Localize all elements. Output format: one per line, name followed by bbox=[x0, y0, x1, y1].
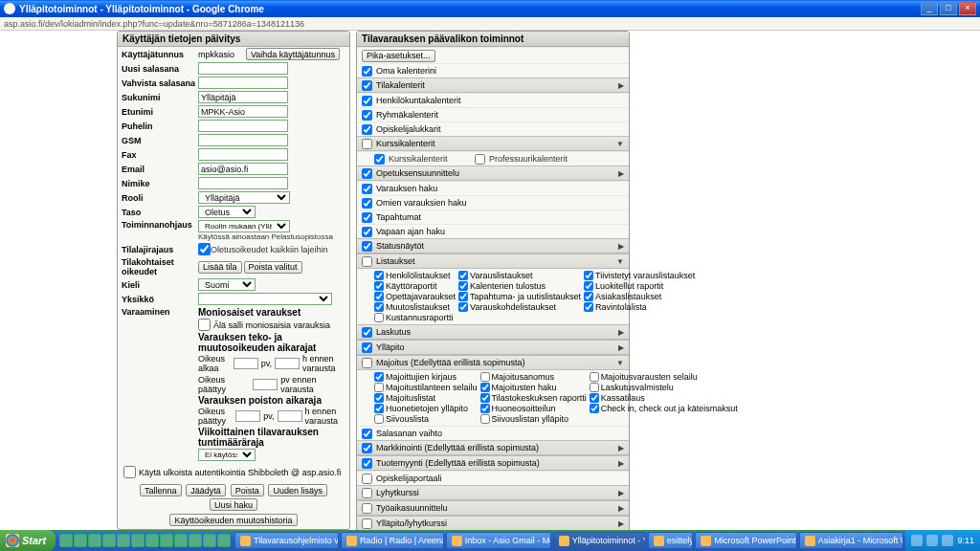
chevron-right-icon[interactable]: ▶ bbox=[618, 328, 624, 337]
add-new-button[interactable]: Uuden lisäys bbox=[268, 484, 327, 496]
ql-icon[interactable] bbox=[102, 534, 116, 547]
cb-listauk[interactable] bbox=[362, 256, 372, 267]
grid-checkbox[interactable] bbox=[590, 383, 599, 392]
taskbar-button[interactable]: Ylläpitotoiminnot - Yll... bbox=[553, 532, 646, 549]
ql-icon[interactable] bbox=[131, 534, 145, 547]
erp-select[interactable]: Roolin mukaan (Ylläpitäjä) bbox=[198, 220, 290, 232]
cb-tuote[interactable] bbox=[362, 458, 372, 469]
grid-checkbox[interactable] bbox=[584, 271, 593, 280]
taskbar-button[interactable]: Radio | Radio | Areena | ... bbox=[341, 532, 444, 549]
cb-ryhma[interactable] bbox=[362, 110, 372, 121]
grid-checkbox[interactable] bbox=[584, 302, 593, 312]
grid-checkbox[interactable] bbox=[374, 404, 384, 413]
cb-yllyhyt[interactable] bbox=[362, 518, 372, 529]
freeze-button[interactable]: Jäädytä bbox=[186, 484, 226, 496]
quick-settings-button[interactable]: Pika-asetukset... bbox=[362, 50, 435, 62]
firstname-input[interactable] bbox=[198, 105, 288, 118]
cb-majoitus[interactable] bbox=[362, 358, 372, 368]
grid-checkbox[interactable] bbox=[584, 281, 593, 291]
close-button[interactable]: × bbox=[959, 2, 976, 15]
no-multipart-checkbox[interactable] bbox=[198, 319, 211, 331]
ql-icon[interactable] bbox=[160, 534, 173, 547]
start-hours-input[interactable] bbox=[275, 358, 300, 369]
chevron-right-icon[interactable]: ▶ bbox=[618, 242, 624, 251]
end-days-input[interactable] bbox=[253, 379, 278, 390]
cb-lyhyt[interactable] bbox=[362, 488, 372, 498]
cb-henkilo[interactable] bbox=[362, 96, 372, 106]
shibboleth-checkbox[interactable] bbox=[123, 466, 136, 478]
cb-kurssi[interactable] bbox=[362, 139, 372, 149]
chevron-right-icon[interactable]: ▶ bbox=[618, 444, 624, 452]
grid-checkbox[interactable] bbox=[480, 372, 490, 382]
chevron-right-icon[interactable]: ▶ bbox=[618, 489, 624, 497]
cb-tapaht[interactable] bbox=[362, 212, 372, 223]
role-select[interactable]: Ylläpitäjä bbox=[198, 191, 290, 204]
chevron-right-icon[interactable]: ▶ bbox=[618, 169, 624, 178]
level-select[interactable]: Oletus bbox=[198, 206, 256, 218]
ql-icon[interactable] bbox=[145, 534, 159, 547]
grid-checkbox[interactable] bbox=[458, 292, 468, 301]
taskbar-button[interactable]: Asiakirja1 - Microsoft Word bbox=[799, 532, 904, 549]
cb-omien[interactable] bbox=[362, 198, 372, 209]
unit-select[interactable] bbox=[198, 293, 332, 305]
fax-input[interactable] bbox=[198, 148, 288, 161]
grid-checkbox[interactable] bbox=[480, 404, 490, 413]
tray-icon[interactable] bbox=[942, 535, 953, 546]
default-rights-checkbox[interactable] bbox=[198, 243, 211, 255]
email-input[interactable] bbox=[198, 163, 288, 175]
taskbar-button[interactable]: Microsoft PowerPoint - [... bbox=[695, 532, 796, 549]
gsm-input[interactable] bbox=[198, 134, 288, 146]
cb-opisk[interactable] bbox=[362, 124, 372, 135]
chevron-right-icon[interactable]: ▶ bbox=[618, 81, 624, 90]
grid-checkbox[interactable] bbox=[374, 372, 384, 382]
grid-checkbox[interactable] bbox=[374, 313, 384, 322]
grid-checkbox[interactable] bbox=[458, 302, 468, 312]
start-days-input[interactable] bbox=[234, 358, 258, 369]
grid-checkbox[interactable] bbox=[374, 292, 384, 301]
grid-checkbox[interactable] bbox=[374, 383, 384, 392]
cb-opisport[interactable] bbox=[362, 474, 372, 484]
history-button[interactable]: Käyttöoikeuden muutoshistoria bbox=[169, 514, 297, 526]
cb-tyoaika[interactable] bbox=[362, 503, 372, 514]
cb-vapaan[interactable] bbox=[362, 227, 372, 237]
weekly-limit-select[interactable]: Ei käytössä bbox=[198, 449, 256, 461]
del-hours-input[interactable] bbox=[278, 410, 302, 422]
lastname-input[interactable] bbox=[198, 91, 288, 103]
confirm-password-input[interactable] bbox=[198, 77, 288, 89]
language-select[interactable]: Suomi bbox=[198, 278, 256, 291]
address-bar[interactable]: asp.asio.fi/dev/lokiadmin/index.php?func… bbox=[0, 17, 980, 31]
cb-tilak[interactable] bbox=[362, 80, 372, 91]
chevron-down-icon[interactable]: ▼ bbox=[616, 140, 624, 148]
cb-laskutus[interactable] bbox=[362, 327, 372, 338]
grid-checkbox[interactable] bbox=[584, 292, 593, 301]
chevron-down-icon[interactable]: ▼ bbox=[616, 257, 624, 266]
grid-checkbox[interactable] bbox=[374, 271, 384, 280]
title-input[interactable] bbox=[198, 177, 288, 189]
grid-checkbox[interactable] bbox=[458, 281, 468, 291]
grid-checkbox[interactable] bbox=[374, 393, 384, 403]
grid-checkbox[interactable] bbox=[480, 393, 490, 403]
cb-opetus[interactable] bbox=[362, 168, 372, 179]
remove-selected-button[interactable]: Poista valitut bbox=[244, 261, 302, 274]
ql-icon[interactable] bbox=[203, 534, 216, 547]
grid-checkbox[interactable] bbox=[374, 302, 384, 312]
grid-checkbox[interactable] bbox=[590, 404, 599, 413]
change-username-button[interactable]: Vaihda käyttäjätunnus bbox=[246, 48, 340, 60]
grid-checkbox[interactable] bbox=[590, 393, 599, 403]
cb-oma[interactable] bbox=[362, 66, 372, 77]
maximize-button[interactable]: □ bbox=[940, 2, 957, 15]
tray-icon[interactable] bbox=[911, 535, 923, 546]
ql-icon[interactable] bbox=[174, 534, 188, 547]
delete-button[interactable]: Poista bbox=[231, 484, 264, 496]
start-button[interactable]: Start bbox=[0, 530, 56, 551]
chevron-down-icon[interactable]: ▼ bbox=[616, 359, 624, 367]
grid-checkbox[interactable] bbox=[480, 414, 490, 424]
chevron-right-icon[interactable]: ▶ bbox=[618, 459, 624, 468]
ql-icon[interactable] bbox=[189, 534, 202, 547]
ql-icon[interactable] bbox=[217, 534, 231, 547]
grid-checkbox[interactable] bbox=[374, 281, 384, 291]
grid-checkbox[interactable] bbox=[480, 383, 490, 392]
new-password-input[interactable] bbox=[198, 62, 288, 75]
ql-icon[interactable] bbox=[88, 534, 101, 547]
ql-icon[interactable] bbox=[59, 534, 73, 547]
